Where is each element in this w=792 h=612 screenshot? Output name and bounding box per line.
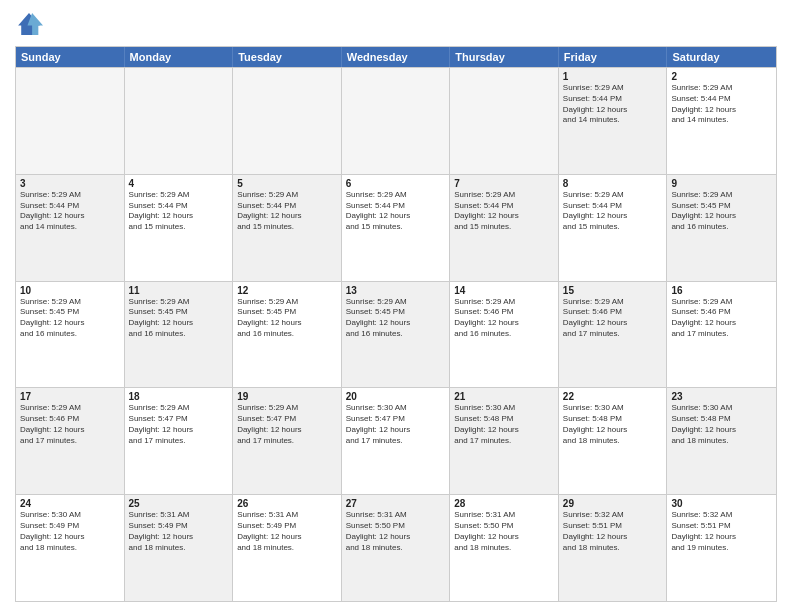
- calendar-row-4: 24Sunrise: 5:30 AMSunset: 5:49 PMDayligh…: [16, 494, 776, 601]
- cell-text-line: Sunset: 5:44 PM: [563, 94, 663, 105]
- cell-text-line: and 16 minutes.: [671, 222, 772, 233]
- header-cell-monday: Monday: [125, 47, 234, 67]
- day-number: 9: [671, 178, 772, 189]
- cell-text-line: and 14 minutes.: [671, 115, 772, 126]
- cell-text-line: Sunrise: 5:30 AM: [454, 403, 554, 414]
- day-number: 6: [346, 178, 446, 189]
- cell-text-line: Sunset: 5:47 PM: [346, 414, 446, 425]
- day-cell-28: 28Sunrise: 5:31 AMSunset: 5:50 PMDayligh…: [450, 495, 559, 601]
- cell-text-line: Sunset: 5:45 PM: [20, 307, 120, 318]
- cell-text-line: Sunset: 5:44 PM: [129, 201, 229, 212]
- empty-cell-0-4: [450, 68, 559, 174]
- day-number: 23: [671, 391, 772, 402]
- day-number: 11: [129, 285, 229, 296]
- day-number: 20: [346, 391, 446, 402]
- day-number: 1: [563, 71, 663, 82]
- day-cell-10: 10Sunrise: 5:29 AMSunset: 5:45 PMDayligh…: [16, 282, 125, 388]
- cell-text-line: and 15 minutes.: [346, 222, 446, 233]
- empty-cell-0-0: [16, 68, 125, 174]
- day-number: 8: [563, 178, 663, 189]
- cell-text-line: and 18 minutes.: [454, 543, 554, 554]
- calendar-row-2: 10Sunrise: 5:29 AMSunset: 5:45 PMDayligh…: [16, 281, 776, 388]
- cell-text-line: Sunset: 5:45 PM: [237, 307, 337, 318]
- day-number: 17: [20, 391, 120, 402]
- cell-text-line: Daylight: 12 hours: [671, 211, 772, 222]
- day-cell-21: 21Sunrise: 5:30 AMSunset: 5:48 PMDayligh…: [450, 388, 559, 494]
- cell-text-line: Sunrise: 5:29 AM: [237, 403, 337, 414]
- empty-cell-0-3: [342, 68, 451, 174]
- cell-text-line: Sunset: 5:48 PM: [454, 414, 554, 425]
- empty-cell-0-2: [233, 68, 342, 174]
- day-number: 30: [671, 498, 772, 509]
- cell-text-line: Daylight: 12 hours: [20, 425, 120, 436]
- cell-text-line: Daylight: 12 hours: [237, 425, 337, 436]
- cell-text-line: Daylight: 12 hours: [237, 211, 337, 222]
- cell-text-line: Sunrise: 5:29 AM: [454, 297, 554, 308]
- day-cell-6: 6Sunrise: 5:29 AMSunset: 5:44 PMDaylight…: [342, 175, 451, 281]
- day-number: 15: [563, 285, 663, 296]
- cell-text-line: and 17 minutes.: [563, 329, 663, 340]
- day-number: 16: [671, 285, 772, 296]
- cell-text-line: and 17 minutes.: [237, 436, 337, 447]
- calendar: SundayMondayTuesdayWednesdayThursdayFrid…: [15, 46, 777, 602]
- cell-text-line: Sunrise: 5:29 AM: [346, 297, 446, 308]
- cell-text-line: and 19 minutes.: [671, 543, 772, 554]
- cell-text-line: Sunset: 5:47 PM: [129, 414, 229, 425]
- cell-text-line: Sunrise: 5:29 AM: [237, 190, 337, 201]
- day-number: 4: [129, 178, 229, 189]
- cell-text-line: Daylight: 12 hours: [237, 318, 337, 329]
- cell-text-line: and 15 minutes.: [129, 222, 229, 233]
- cell-text-line: Sunrise: 5:30 AM: [346, 403, 446, 414]
- cell-text-line: Sunrise: 5:29 AM: [671, 190, 772, 201]
- cell-text-line: and 15 minutes.: [563, 222, 663, 233]
- cell-text-line: Sunrise: 5:29 AM: [129, 403, 229, 414]
- day-cell-29: 29Sunrise: 5:32 AMSunset: 5:51 PMDayligh…: [559, 495, 668, 601]
- cell-text-line: Sunset: 5:46 PM: [20, 414, 120, 425]
- cell-text-line: Sunset: 5:45 PM: [129, 307, 229, 318]
- day-cell-22: 22Sunrise: 5:30 AMSunset: 5:48 PMDayligh…: [559, 388, 668, 494]
- cell-text-line: Sunrise: 5:29 AM: [671, 297, 772, 308]
- day-cell-9: 9Sunrise: 5:29 AMSunset: 5:45 PMDaylight…: [667, 175, 776, 281]
- cell-text-line: Sunrise: 5:29 AM: [20, 403, 120, 414]
- cell-text-line: Sunrise: 5:30 AM: [671, 403, 772, 414]
- cell-text-line: and 16 minutes.: [20, 329, 120, 340]
- cell-text-line: and 17 minutes.: [346, 436, 446, 447]
- cell-text-line: and 18 minutes.: [20, 543, 120, 554]
- cell-text-line: Sunset: 5:44 PM: [454, 201, 554, 212]
- cell-text-line: and 17 minutes.: [129, 436, 229, 447]
- cell-text-line: Sunset: 5:48 PM: [671, 414, 772, 425]
- cell-text-line: and 14 minutes.: [20, 222, 120, 233]
- cell-text-line: and 14 minutes.: [563, 115, 663, 126]
- cell-text-line: and 16 minutes.: [237, 329, 337, 340]
- day-number: 2: [671, 71, 772, 82]
- cell-text-line: Sunset: 5:46 PM: [563, 307, 663, 318]
- cell-text-line: Daylight: 12 hours: [671, 105, 772, 116]
- cell-text-line: Daylight: 12 hours: [454, 425, 554, 436]
- calendar-row-0: 1Sunrise: 5:29 AMSunset: 5:44 PMDaylight…: [16, 67, 776, 174]
- day-cell-15: 15Sunrise: 5:29 AMSunset: 5:46 PMDayligh…: [559, 282, 668, 388]
- cell-text-line: Sunset: 5:50 PM: [346, 521, 446, 532]
- cell-text-line: Daylight: 12 hours: [129, 318, 229, 329]
- day-cell-7: 7Sunrise: 5:29 AMSunset: 5:44 PMDaylight…: [450, 175, 559, 281]
- day-cell-20: 20Sunrise: 5:30 AMSunset: 5:47 PMDayligh…: [342, 388, 451, 494]
- cell-text-line: Daylight: 12 hours: [129, 425, 229, 436]
- cell-text-line: Sunset: 5:45 PM: [346, 307, 446, 318]
- day-number: 24: [20, 498, 120, 509]
- day-cell-26: 26Sunrise: 5:31 AMSunset: 5:49 PMDayligh…: [233, 495, 342, 601]
- cell-text-line: and 18 minutes.: [346, 543, 446, 554]
- cell-text-line: and 17 minutes.: [20, 436, 120, 447]
- day-cell-16: 16Sunrise: 5:29 AMSunset: 5:46 PMDayligh…: [667, 282, 776, 388]
- cell-text-line: Sunrise: 5:29 AM: [346, 190, 446, 201]
- day-cell-8: 8Sunrise: 5:29 AMSunset: 5:44 PMDaylight…: [559, 175, 668, 281]
- day-number: 27: [346, 498, 446, 509]
- cell-text-line: Sunrise: 5:29 AM: [563, 297, 663, 308]
- header-cell-wednesday: Wednesday: [342, 47, 451, 67]
- day-cell-30: 30Sunrise: 5:32 AMSunset: 5:51 PMDayligh…: [667, 495, 776, 601]
- cell-text-line: Sunset: 5:49 PM: [20, 521, 120, 532]
- cell-text-line: and 18 minutes.: [237, 543, 337, 554]
- day-cell-18: 18Sunrise: 5:29 AMSunset: 5:47 PMDayligh…: [125, 388, 234, 494]
- header-cell-thursday: Thursday: [450, 47, 559, 67]
- cell-text-line: Sunrise: 5:31 AM: [237, 510, 337, 521]
- day-cell-27: 27Sunrise: 5:31 AMSunset: 5:50 PMDayligh…: [342, 495, 451, 601]
- header-cell-friday: Friday: [559, 47, 668, 67]
